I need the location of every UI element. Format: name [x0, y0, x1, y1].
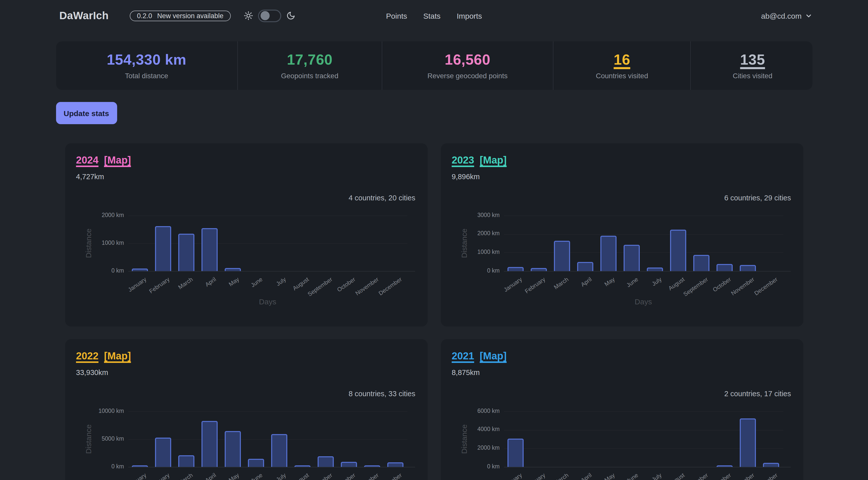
bar-april[interactable] [202, 228, 218, 271]
x-tick-label-april: April [580, 472, 593, 480]
card-title-2024: 2024[Map] [76, 155, 131, 166]
year-total-distance: 9,896km [452, 172, 480, 181]
x-tick-label-october: October [712, 276, 733, 293]
y-tick-label: 1000 km [73, 239, 124, 246]
update-stats-button[interactable]: Update stats [56, 102, 117, 124]
theme-toggle[interactable] [258, 9, 281, 22]
y-tick-label: 0 km [73, 267, 124, 273]
x-tick-label-july: July [275, 472, 287, 480]
y-tick-label: 2000 km [449, 230, 500, 236]
x-tick-label-march: March [553, 276, 569, 290]
bar-may[interactable] [225, 268, 241, 271]
map-link-2023[interactable]: [Map] [480, 155, 507, 166]
nav-stats[interactable]: Stats [424, 11, 440, 20]
x-tick-label-august: August [668, 472, 686, 480]
bar-november[interactable] [740, 265, 756, 271]
x-axis-line [128, 467, 415, 468]
bar-may[interactable] [600, 236, 617, 271]
bar-june[interactable] [248, 459, 264, 467]
x-tick-label-february: February [524, 472, 546, 480]
bar-november[interactable] [364, 465, 380, 467]
year-link-2022[interactable]: 2022 [76, 350, 98, 362]
summary-stats: 154,330 kmTotal distance17,760Geopoints … [56, 41, 812, 90]
bar-march[interactable] [554, 241, 570, 271]
bar-august[interactable] [670, 229, 686, 271]
x-tick-label-october: October [336, 472, 357, 480]
year-link-2023[interactable]: 2023 [452, 155, 474, 166]
plot-area [504, 411, 783, 467]
bar-february[interactable] [530, 268, 547, 271]
bar-january[interactable] [131, 268, 148, 271]
bar-january[interactable] [507, 267, 523, 271]
bar-june[interactable] [624, 245, 640, 271]
year-countries-cities: 4 countries, 20 cities [349, 194, 415, 202]
x-tick-label-june: June [625, 276, 639, 288]
year-total-distance: 4,727km [76, 172, 104, 181]
bar-october[interactable] [717, 264, 733, 271]
version-badge[interactable]: 0.2.0 New version available [130, 10, 230, 21]
stat-label-total-distance: Total distance [125, 72, 168, 80]
x-tick-label-october: October [336, 276, 357, 293]
bar-april[interactable] [202, 421, 218, 467]
map-link-2024[interactable]: [Map] [104, 155, 131, 166]
app: DaWarIch 0.2.0 New version available [0, 0, 868, 480]
bar-january[interactable] [507, 439, 523, 467]
x-tick-label-august: August [668, 276, 686, 291]
year-link-2024[interactable]: 2024 [76, 155, 98, 166]
bar-december[interactable] [763, 463, 779, 467]
x-tick-label-august: August [292, 472, 310, 480]
x-tick-label-november: November [354, 472, 380, 480]
map-link-2021[interactable]: [Map] [480, 350, 507, 362]
bar-march[interactable] [178, 455, 194, 467]
bar-september[interactable] [318, 456, 334, 467]
y-tick-label: 1000 km [449, 249, 500, 255]
x-tick-label-march: March [177, 472, 194, 480]
stat-value-geopoints-tracked: 17,760 [287, 52, 333, 68]
stat-value-cities-visited[interactable]: 135 [740, 52, 765, 68]
user-menu[interactable]: ab@cd.com [761, 11, 812, 20]
year-countries-cities: 8 countries, 33 cities [349, 390, 415, 398]
year-total-distance: 33,930km [76, 369, 108, 377]
x-tick-label-april: April [204, 276, 217, 288]
map-link-2022[interactable]: [Map] [104, 350, 131, 362]
x-tick-label-march: March [177, 276, 194, 290]
bar-december[interactable] [388, 462, 404, 467]
x-tick-label-july: July [651, 472, 662, 480]
chevron-down-icon [805, 12, 812, 20]
bar-march[interactable] [178, 234, 194, 271]
bar-july[interactable] [271, 434, 287, 467]
x-tick-label-may: May [228, 472, 240, 480]
top-bar: DaWarIch 0.2.0 New version available [56, 0, 812, 31]
bar-august[interactable] [294, 466, 311, 467]
bar-april[interactable] [577, 262, 593, 271]
stat-value-countries-visited[interactable]: 16 [614, 52, 630, 68]
x-tick-label-november: November [354, 276, 380, 296]
x-tick-label-june: June [625, 472, 639, 480]
bar-february[interactable] [155, 437, 171, 467]
bar-may[interactable] [225, 431, 241, 467]
year-card-2024: 2024[Map]4,727km4 countries, 20 citiesDi… [65, 143, 428, 326]
y-tick-label: 0 km [449, 267, 500, 273]
nav-points[interactable]: Points [386, 11, 407, 20]
x-tick-label-december: December [378, 276, 403, 296]
x-tick-label-july: July [651, 276, 662, 287]
y-tick-label: 2000 km [449, 445, 500, 451]
x-tick-label-january: January [502, 472, 523, 480]
bar-october[interactable] [717, 466, 733, 467]
bar-january[interactable] [131, 466, 148, 467]
year-card-2023: 2023[Map]9,896km6 countries, 29 citiesDi… [440, 143, 803, 326]
y-tick-label: 6000 km [449, 408, 500, 414]
x-tick-label-may: May [228, 276, 240, 287]
bar-july[interactable] [647, 268, 663, 271]
version-number: 0.2.0 [137, 12, 152, 20]
bar-october[interactable] [341, 462, 357, 467]
year-link-2021[interactable]: 2021 [452, 350, 474, 362]
nav-imports[interactable]: Imports [457, 11, 482, 20]
x-tick-label-january: January [502, 276, 523, 293]
bar-november[interactable] [740, 418, 756, 467]
bar-september[interactable] [693, 255, 709, 271]
bar-february[interactable] [155, 226, 171, 271]
stat-geopoints-tracked: 17,760Geopoints tracked [238, 41, 382, 90]
stat-label-reverse-geocoded-points: Reverse geocoded points [428, 72, 508, 80]
y-tick-label: 5000 km [73, 435, 124, 441]
